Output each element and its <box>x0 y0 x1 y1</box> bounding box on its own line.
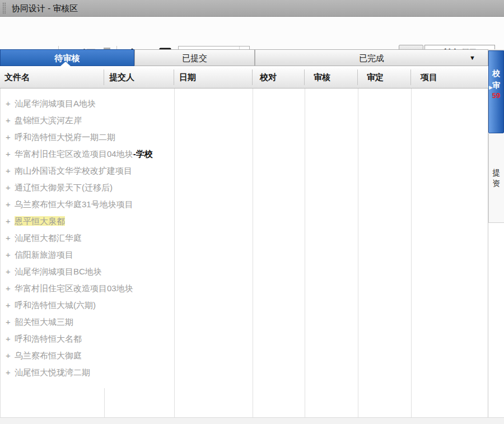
expand-icon[interactable]: + <box>6 230 11 246</box>
row-project-name: 汕尾恒大都汇华庭 <box>15 233 82 243</box>
row-project-name: 韶关恒大城三期 <box>15 317 73 327</box>
row-project-name: 汕尾恒大悦珑湾二期 <box>15 367 90 377</box>
column-header-3[interactable]: 日期 <box>179 66 196 88</box>
drag-grip-icon[interactable] <box>2 2 6 15</box>
window-title: 协同设计 - 审核区 <box>12 0 78 17</box>
tab-submitted[interactable]: 已提交 <box>134 49 255 66</box>
row-project-name: 乌兰察布恒大御庭 <box>15 351 82 360</box>
row-project-name: 盘锦恒大滨河左岸 <box>15 115 82 125</box>
row-project-name: 汕尾华润城项目BC地块 <box>15 267 102 276</box>
expand-icon[interactable]: + <box>6 364 11 381</box>
column-header-7[interactable]: 项目 <box>421 66 437 88</box>
row-project-name: 呼和浩特恒大名都 <box>15 334 82 343</box>
expand-icon[interactable]: + <box>6 263 11 280</box>
row-project-name: 乌兰察布恒大华庭31号地块项目 <box>15 199 133 209</box>
expand-icon[interactable]: + <box>6 246 11 263</box>
column-header-4[interactable]: 校对 <box>260 66 277 88</box>
expand-icon[interactable]: + <box>6 297 11 314</box>
grid-line <box>104 388 105 417</box>
row-project-name: 南山外国语文华学校改扩建项目 <box>15 166 132 175</box>
expand-icon[interactable]: + <box>6 179 11 196</box>
side-tab-review[interactable]: 校 ▶ 审 59 <box>488 50 504 133</box>
expand-icon[interactable]: + <box>6 314 11 330</box>
header-divider <box>410 69 411 85</box>
header-divider <box>357 69 358 85</box>
column-header-1[interactable]: 文件名 <box>4 66 30 88</box>
table-row[interactable]: +呼和浩特恒大城(六期) <box>1 297 482 314</box>
table-row[interactable]: +乌兰察布恒大华庭31号地块项目 <box>1 196 482 213</box>
table-row[interactable]: +汕尾华润城项目BC地块 <box>1 263 482 280</box>
arrow-right-icon: ▶ <box>489 82 493 94</box>
expand-icon[interactable]: + <box>6 95 11 112</box>
header-divider <box>252 69 253 85</box>
table-row[interactable]: +呼和浩特恒大悦府一期二期 <box>1 129 482 146</box>
toolbar: ✓ ↺ × ↻ <box>0 17 504 49</box>
column-header-2[interactable]: 提交人 <box>109 66 134 88</box>
tab-completed[interactable]: 已完成 <box>255 49 488 66</box>
table-row[interactable]: +恩平恒大泉都 <box>1 213 482 230</box>
expand-icon[interactable]: + <box>6 112 11 129</box>
expand-icon[interactable]: + <box>6 347 11 364</box>
bottom-strip <box>0 417 504 424</box>
row-project-name: 汕尾华润城项目A地块 <box>15 99 96 108</box>
table-row[interactable]: +呼和浩特恒大名都 <box>1 330 482 347</box>
header-divider <box>174 69 174 85</box>
column-header-5[interactable]: 审核 <box>314 66 330 88</box>
tab-dropdown-icon[interactable]: ▼ <box>469 54 475 61</box>
tab-bar: 待审核 已提交 已完成 <box>0 49 504 66</box>
app-window: 协同设计 - 审核区 ✓ ↺ × ↻ <box>0 0 504 424</box>
row-project-name: 华富村旧住宅区改造项目04地块 <box>15 149 133 159</box>
row-project-suffix: -学校 <box>133 149 153 159</box>
row-project-name: 通辽恒大御景天下(迁移后) <box>15 183 113 192</box>
side-tab-review-char1: 校 <box>489 68 503 80</box>
table-row[interactable]: +乌兰察布恒大御庭 <box>1 347 482 364</box>
table-row[interactable]: +汕尾恒大都汇华庭 <box>1 230 482 246</box>
table-body: +汕尾华润城项目A地块+盘锦恒大滨河左岸+呼和浩特恒大悦府一期二期+华富村旧住宅… <box>0 88 488 417</box>
side-tab-submit-char2: 资 <box>489 178 504 189</box>
expand-icon[interactable]: + <box>6 146 11 162</box>
table-row[interactable]: +汕尾华润城项目A地块 <box>1 95 482 112</box>
table-row[interactable]: +汕尾恒大悦珑湾二期 <box>1 364 482 381</box>
row-project-name: 恩平恒大泉都 <box>15 216 65 226</box>
column-header-6[interactable]: 审定 <box>367 66 384 88</box>
row-project-name: 呼和浩特恒大悦府一期二期 <box>15 132 115 142</box>
header-divider <box>104 69 104 85</box>
header-divider <box>304 69 305 85</box>
table-row[interactable]: +华富村旧住宅区改造项目04地块-学校 <box>1 146 482 162</box>
expand-icon[interactable]: + <box>6 129 11 146</box>
row-project-name: 呼和浩特恒大城(六期) <box>15 300 96 310</box>
side-tab-submit-char1: 提 <box>489 167 504 178</box>
table-row[interactable]: +韶关恒大城三期 <box>1 314 482 330</box>
side-tab-submit[interactable]: 提 资 <box>488 133 504 223</box>
side-tab-review-char2: 审 <box>492 81 500 90</box>
expand-icon[interactable]: + <box>6 213 11 230</box>
active-tab-indicator <box>60 62 71 66</box>
row-project-name: 信阳新旅游项目 <box>15 250 73 259</box>
table-header: 文件名提交人日期校对审核审定项目 <box>0 66 488 88</box>
table-row[interactable]: +南山外国语文华学校改扩建项目 <box>1 162 482 179</box>
expand-icon[interactable]: + <box>6 330 11 347</box>
table-row[interactable]: +信阳新旅游项目 <box>1 246 482 263</box>
table-row[interactable]: +盘锦恒大滨河左岸 <box>1 112 482 129</box>
expand-icon[interactable]: + <box>6 196 11 213</box>
title-bar[interactable]: 协同设计 - 审核区 <box>0 0 504 17</box>
expand-icon[interactable]: + <box>6 162 11 179</box>
table-row[interactable]: +华富村旧住宅区改造项目03地块 <box>1 280 482 297</box>
expand-icon[interactable]: + <box>6 280 11 297</box>
row-project-name: 华富村旧住宅区改造项目03地块 <box>15 283 133 293</box>
table-row[interactable]: +通辽恒大御景天下(迁移后) <box>1 179 482 196</box>
